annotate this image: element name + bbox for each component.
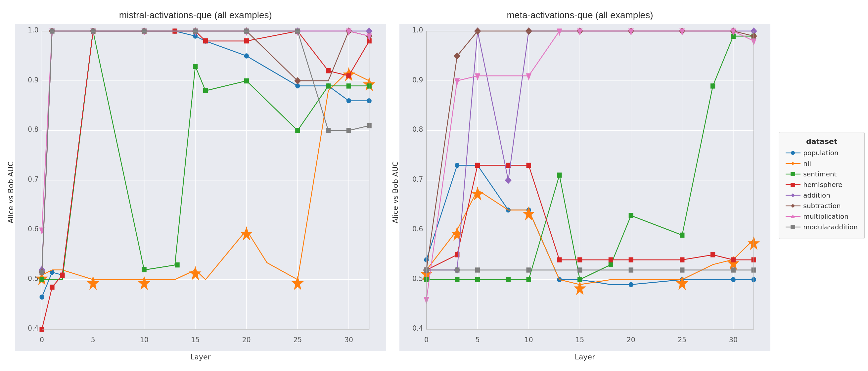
svg-rect-165 xyxy=(506,277,510,282)
chart2-x-label: Layer xyxy=(399,351,771,361)
svg-rect-221 xyxy=(578,268,582,272)
chart1-svg: 1.0 0.9 0.8 0.7 0.6 0.5 0.4 0 5 10 15 xyxy=(15,24,386,351)
svg-rect-218 xyxy=(455,268,459,272)
svg-text:25: 25 xyxy=(678,335,686,344)
legend-label-sentiment: sentiment xyxy=(803,170,837,178)
svg-rect-168 xyxy=(578,277,582,282)
svg-rect-220 xyxy=(526,268,531,272)
svg-rect-69 xyxy=(203,38,208,43)
svg-rect-55 xyxy=(193,64,197,69)
svg-rect-186 xyxy=(731,257,735,262)
svg-rect-60 xyxy=(346,84,351,88)
svg-point-150 xyxy=(628,282,633,287)
main-container: mistral-activations-que (all examples) A… xyxy=(0,0,868,371)
svg-text:0.4: 0.4 xyxy=(28,324,38,333)
chart1-outer: Alice vs Bob AUC xyxy=(5,24,386,361)
svg-rect-170 xyxy=(628,213,633,218)
svg-text:20: 20 xyxy=(627,335,636,344)
svg-point-152 xyxy=(731,277,735,282)
legend-item-sentiment: sentiment xyxy=(785,170,858,178)
svg-rect-53 xyxy=(142,267,147,272)
svg-text:30: 30 xyxy=(729,335,738,344)
svg-rect-183 xyxy=(628,257,633,262)
svg-rect-219 xyxy=(475,268,480,272)
svg-rect-171 xyxy=(680,233,684,238)
svg-point-38 xyxy=(244,53,249,58)
svg-rect-177 xyxy=(475,163,480,168)
svg-rect-70 xyxy=(244,38,249,43)
chart2-title: meta-activations-que (all examples) xyxy=(507,10,653,21)
svg-text:5: 5 xyxy=(91,335,95,344)
svg-rect-185 xyxy=(711,252,715,257)
svg-text:1.0: 1.0 xyxy=(412,26,423,34)
svg-marker-230 xyxy=(792,161,794,165)
chart1-wrapper: mistral-activations-que (all examples) A… xyxy=(3,7,388,364)
svg-rect-63 xyxy=(50,285,54,289)
svg-rect-232 xyxy=(790,172,795,176)
svg-point-144 xyxy=(455,163,459,168)
svg-rect-58 xyxy=(295,128,300,133)
svg-text:10: 10 xyxy=(140,335,149,344)
svg-rect-169 xyxy=(609,262,613,267)
svg-text:0.6: 0.6 xyxy=(412,225,423,233)
svg-rect-109 xyxy=(326,128,331,133)
svg-text:20: 20 xyxy=(242,335,251,344)
svg-point-41 xyxy=(346,98,351,103)
svg-text:0.8: 0.8 xyxy=(412,125,423,134)
svg-text:0.5: 0.5 xyxy=(28,274,38,283)
svg-rect-242 xyxy=(790,225,795,229)
legend-item-nli: nli xyxy=(785,159,858,167)
svg-rect-57 xyxy=(244,79,249,84)
svg-text:0.9: 0.9 xyxy=(28,75,38,84)
chart1-title: mistral-activations-que (all examples) xyxy=(119,10,272,21)
svg-text:0.7: 0.7 xyxy=(412,175,423,183)
chart2-wrapper: meta-activations-que (all examples) Alic… xyxy=(388,7,772,364)
legend-box: dataset population nli sentiment xyxy=(779,132,865,239)
chart1-inner: 1.0 0.9 0.8 0.7 0.6 0.5 0.4 0 5 10 15 xyxy=(15,24,386,361)
chart2-inner: 1.0 0.9 0.8 0.7 0.6 0.5 0.4 0 5 10 15 20 xyxy=(399,24,771,361)
legend-item-multiplication: multiplication xyxy=(785,213,858,220)
svg-rect-181 xyxy=(578,257,582,262)
legend-label-multiplication: multiplication xyxy=(803,213,848,220)
svg-text:15: 15 xyxy=(576,335,584,344)
svg-text:10: 10 xyxy=(524,335,533,344)
svg-rect-56 xyxy=(203,88,208,93)
chart1-y-label: Alice vs Bob AUC xyxy=(5,24,15,361)
svg-text:1.0: 1.0 xyxy=(28,26,38,34)
svg-rect-222 xyxy=(628,268,633,272)
legend-item-population: population xyxy=(785,149,858,157)
svg-rect-163 xyxy=(455,277,459,282)
legend-item-modularaddition: modularaddition xyxy=(785,223,858,231)
chart2-outer: Alice vs Bob AUC xyxy=(390,24,771,361)
svg-rect-223 xyxy=(680,268,684,272)
svg-rect-180 xyxy=(557,257,562,262)
svg-rect-224 xyxy=(731,268,735,272)
legend-label-modularaddition: modularaddition xyxy=(803,223,858,231)
chart2-svg: 1.0 0.9 0.8 0.7 0.6 0.5 0.4 0 5 10 15 20 xyxy=(399,24,771,351)
svg-rect-72 xyxy=(326,68,331,73)
legend-item-subtraction: subtraction xyxy=(785,202,858,210)
svg-rect-54 xyxy=(175,262,179,268)
chart1-svg-area: 1.0 0.9 0.8 0.7 0.6 0.5 0.4 0 5 10 15 xyxy=(15,24,386,351)
svg-text:0.5: 0.5 xyxy=(412,274,423,283)
svg-text:0.8: 0.8 xyxy=(28,125,38,134)
svg-text:15: 15 xyxy=(191,335,199,344)
legend-label-population: population xyxy=(803,149,838,157)
svg-rect-73 xyxy=(346,73,351,78)
legend-title: dataset xyxy=(785,137,858,146)
svg-rect-166 xyxy=(526,277,531,282)
charts-area: mistral-activations-que (all examples) A… xyxy=(3,7,772,364)
svg-text:0.7: 0.7 xyxy=(28,175,38,183)
svg-rect-172 xyxy=(711,84,715,88)
legend-label-subtraction: subtraction xyxy=(803,202,840,210)
svg-text:25: 25 xyxy=(293,335,302,344)
svg-rect-182 xyxy=(609,257,613,262)
svg-marker-238 xyxy=(791,204,795,208)
svg-point-228 xyxy=(791,151,795,155)
svg-rect-110 xyxy=(346,128,351,133)
svg-rect-234 xyxy=(790,183,795,187)
legend-item-hemisphere: hemisphere xyxy=(785,181,858,189)
svg-text:5: 5 xyxy=(475,335,479,344)
svg-rect-59 xyxy=(326,84,331,88)
legend-label-nli: nli xyxy=(803,159,811,167)
